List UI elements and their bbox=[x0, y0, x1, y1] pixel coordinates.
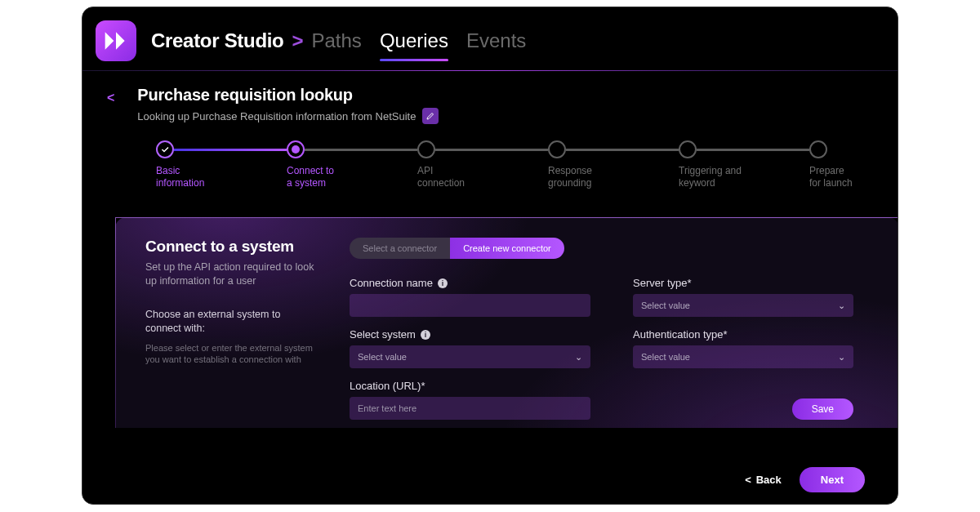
chevron-down-icon: ⌄ bbox=[838, 352, 845, 363]
save-button[interactable]: Save bbox=[792, 398, 853, 420]
app-title: Creator Studio bbox=[151, 29, 283, 52]
nav-tab-paths[interactable]: Paths bbox=[312, 29, 362, 52]
back-label: Back bbox=[756, 474, 782, 486]
auth-type-label: Authentication type* bbox=[633, 328, 728, 341]
next-button[interactable]: Next bbox=[800, 467, 865, 492]
select-system-placeholder: Select value bbox=[358, 352, 407, 362]
app-logo bbox=[96, 20, 136, 61]
info-icon[interactable]: i bbox=[438, 278, 448, 288]
progress-stepper: Basicinformation Connect toa system APIc… bbox=[156, 140, 883, 189]
field-select-system: Select system i Select value ⌄ bbox=[350, 328, 590, 368]
step-response-grounding: Responsegrounding bbox=[548, 140, 679, 189]
select-system-select[interactable]: Select value ⌄ bbox=[350, 345, 590, 368]
forward-icon bbox=[103, 28, 129, 54]
step-label: Responsegrounding bbox=[548, 165, 638, 189]
connect-panel: Connect to a system Set up the API actio… bbox=[115, 217, 898, 428]
step-label: Connect toa system bbox=[287, 165, 376, 189]
step-api-connection: APIconnection bbox=[417, 140, 548, 189]
step-label: Preparefor launch bbox=[809, 165, 875, 189]
toggle-select-connector[interactable]: Select a connector bbox=[350, 238, 450, 259]
chevron-down-icon: ⌄ bbox=[838, 301, 845, 311]
step-line bbox=[566, 149, 679, 151]
edit-button[interactable] bbox=[422, 108, 439, 124]
toggle-create-connector[interactable]: Create new connector bbox=[450, 238, 564, 259]
field-location: Location (URL)* bbox=[350, 380, 590, 420]
connector-toggle: Select a connector Create new connector bbox=[350, 238, 564, 259]
field-connection-name: Connection name i bbox=[350, 277, 590, 317]
step-dot bbox=[809, 140, 827, 158]
auth-type-placeholder: Select value bbox=[641, 352, 690, 362]
step-line bbox=[697, 149, 809, 151]
nav-separator: > bbox=[292, 29, 303, 52]
wizard-footer: < Back Next bbox=[745, 467, 865, 492]
step-label: Basicinformation bbox=[156, 165, 246, 189]
section-title: Connect to a system bbox=[145, 238, 317, 256]
step-line bbox=[305, 149, 417, 151]
step-dot bbox=[548, 140, 566, 158]
step-dot bbox=[679, 140, 697, 158]
location-input[interactable] bbox=[350, 397, 590, 420]
nav-tab-queries[interactable]: Queries bbox=[380, 29, 448, 52]
check-icon bbox=[160, 145, 170, 154]
location-label: Location (URL)* bbox=[350, 380, 425, 392]
server-type-label: Server type* bbox=[633, 277, 692, 289]
pencil-icon bbox=[425, 111, 435, 121]
field-server-type: Server type* Select value ⌄ bbox=[633, 277, 853, 317]
step-connect-system: Connect toa system bbox=[287, 140, 417, 189]
chevron-left-icon: < bbox=[745, 474, 751, 486]
header-underline bbox=[82, 70, 898, 71]
section-desc: Set up the API action required to look u… bbox=[145, 260, 317, 288]
server-type-placeholder: Select value bbox=[641, 301, 690, 310]
field-auth-type: Authentication type* Select value ⌄ bbox=[633, 328, 853, 368]
step-line bbox=[435, 149, 548, 151]
connection-name-input[interactable] bbox=[350, 294, 590, 317]
step-prepare-launch: Preparefor launch bbox=[809, 140, 875, 189]
connection-name-label: Connection name bbox=[350, 277, 433, 289]
choose-system-help: Please select or enter the external syst… bbox=[145, 342, 317, 367]
step-dot bbox=[287, 140, 305, 158]
auth-type-select[interactable]: Select value ⌄ bbox=[633, 345, 853, 368]
server-type-select[interactable]: Select value ⌄ bbox=[633, 294, 853, 317]
choose-system-title: Choose an external system to connect wit… bbox=[145, 308, 317, 336]
step-basic-information: Basicinformation bbox=[156, 140, 287, 189]
app-header: Creator Studio > Paths Queries Events bbox=[82, 7, 898, 71]
step-dot bbox=[156, 140, 174, 158]
back-caret[interactable]: < bbox=[107, 91, 114, 105]
page-title: Purchase requisition lookup bbox=[137, 86, 439, 105]
step-triggering: Triggering andkeyword bbox=[679, 140, 809, 189]
nav-tab-events[interactable]: Events bbox=[466, 29, 526, 52]
step-label: APIconnection bbox=[417, 165, 507, 189]
step-line bbox=[174, 149, 287, 151]
page-subtitle: Looking up Purchase Requisition informat… bbox=[137, 110, 416, 122]
chevron-down-icon: ⌄ bbox=[575, 352, 582, 363]
info-icon[interactable]: i bbox=[421, 330, 430, 340]
step-dot bbox=[417, 140, 435, 158]
step-label: Triggering andkeyword bbox=[679, 165, 768, 189]
select-system-label: Select system bbox=[350, 328, 416, 341]
back-button[interactable]: < Back bbox=[745, 474, 782, 486]
